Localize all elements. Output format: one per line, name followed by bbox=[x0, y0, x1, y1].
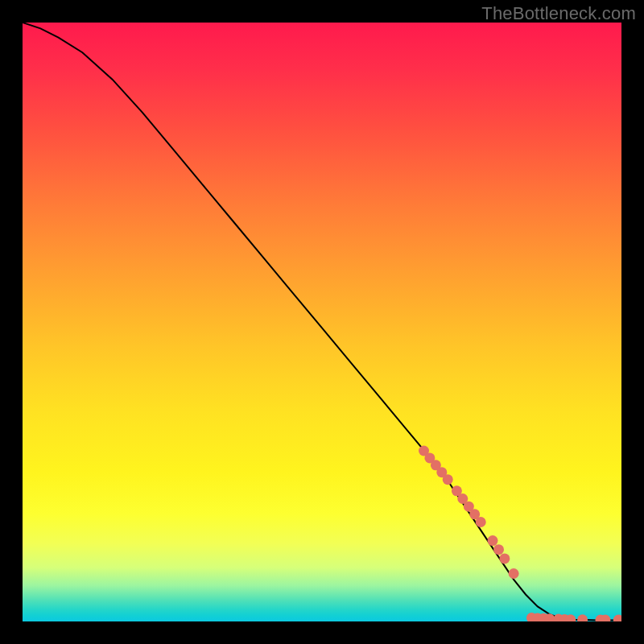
plot-area bbox=[23, 23, 621, 621]
data-marker bbox=[488, 535, 498, 546]
data-marker bbox=[509, 568, 519, 579]
data-marker bbox=[443, 474, 453, 485]
data-marker bbox=[476, 517, 486, 527]
data-marker bbox=[613, 615, 621, 621]
attribution-label: TheBottleneck.com bbox=[481, 3, 636, 24]
curve-line bbox=[23, 23, 621, 621]
data-marker bbox=[577, 614, 588, 621]
chart-stage: TheBottleneck.com bbox=[0, 0, 644, 644]
curve-overlay bbox=[23, 23, 621, 621]
data-marker bbox=[493, 544, 504, 555]
marker-group bbox=[419, 446, 621, 622]
data-marker bbox=[499, 553, 510, 564]
